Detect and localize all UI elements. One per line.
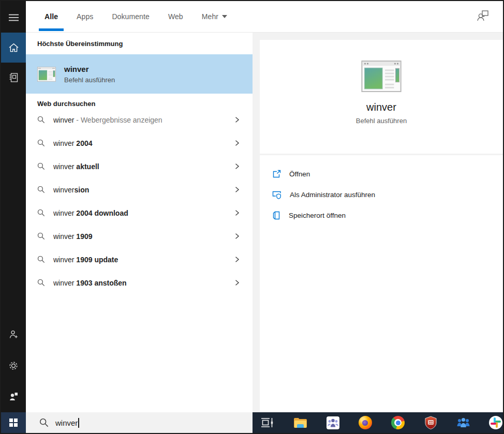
best-match-section-title: Höchste Übereinstimmung [37,40,123,48]
account-button[interactable] [476,9,490,24]
notebook-icon [9,73,18,82]
file-explorer-icon [294,418,307,428]
tab-mehr[interactable]: Mehr [202,1,227,32]
user-account-icon [476,9,490,22]
tab-web[interactable]: Web [168,1,183,32]
web-search-section-title: Web durchsuchen [37,100,95,108]
chevron-right-icon [234,256,240,263]
open-icon [272,170,281,178]
tab-dokumente[interactable]: Dokumente [112,1,150,32]
hamburger-menu-button[interactable] [1,5,26,30]
tab-alle[interactable]: Alle [45,1,58,32]
taskbar-chrome-button[interactable] [391,415,405,430]
firefox-icon [359,416,372,429]
chevron-right-icon [234,233,240,240]
search-icon [37,209,45,217]
results-panel: Höchste Übereinstimmung [26,33,253,412]
home-icon [9,43,19,52]
search-input[interactable]: winver [26,412,253,433]
preview-pane: winver Befehl ausführen Öffnen Als Admin… [253,33,503,412]
winver-app-icon-large [361,61,402,92]
sidebar-item-add-account[interactable] [1,322,26,347]
search-header: Alle Apps Dokumente Web Mehr [26,1,503,33]
search-icon [37,162,45,170]
action-open-file-location[interactable]: Speicherort öffnen [260,205,503,226]
chrome-icon [391,416,405,429]
chevron-down-icon [222,15,227,18]
windows-logo-icon [9,418,18,427]
web-suggestion-row[interactable]: winversion [26,178,253,201]
security-shield-icon [424,416,437,430]
best-match-result-winver[interactable]: winver Befehl ausführen [26,54,253,94]
search-icon [37,139,45,147]
chevron-right-icon [234,116,240,123]
best-match-title: winver [64,65,115,73]
chevron-right-icon [234,186,240,193]
preview-actions-card: Öffnen Als Administrator ausführen Speic… [260,155,503,412]
search-icon [37,186,45,193]
chevron-right-icon [234,163,240,170]
web-suggestion-row[interactable]: winver 2004 download [26,201,253,225]
chevron-right-icon [234,140,240,146]
tab-mehr-label: Mehr [202,12,218,21]
preview-subtitle: Befehl ausführen [356,117,407,125]
web-suggestion-row[interactable]: winver aktuell [26,155,253,178]
best-match-text: winver Befehl ausführen [64,65,115,84]
search-icon [37,232,45,240]
left-rail [1,1,26,412]
search-icon [39,418,49,427]
start-button[interactable] [1,412,26,433]
feedback-icon [9,392,18,401]
settings-gear-icon [9,361,18,370]
hamburger-icon [9,14,19,21]
sidebar-item-settings[interactable] [1,353,26,378]
action-run-as-admin[interactable]: Als Administrator ausführen [260,184,503,205]
taskbar-task-view-button[interactable] [260,415,275,430]
task-view-icon [261,417,274,428]
taskbar-contacts-app-button[interactable] [456,415,470,430]
open-file-location-icon [272,211,280,220]
teams-icon [327,416,339,429]
preview-summary-card: winver Befehl ausführen [260,40,503,154]
web-suggestion-row[interactable]: winver 1903 anstoßen [26,271,253,294]
taskbar-file-explorer-button[interactable] [293,415,307,430]
search-input-value: winver [55,418,78,427]
search-icon [37,256,45,263]
sidebar-item-home[interactable] [1,33,26,63]
action-open-label: Öffnen [289,170,310,178]
taskbar [253,412,503,433]
tab-apps[interactable]: Apps [77,1,93,32]
web-suggestion-row[interactable]: winver - Webergebnisse anzeigen [26,108,253,131]
chevron-right-icon [234,279,240,286]
web-suggestion-row[interactable]: winver 1909 [26,225,253,248]
add-account-icon [9,330,18,339]
sidebar-item-feedback[interactable] [1,384,26,409]
filter-tabs: Alle Apps Dokumente Web Mehr [45,1,227,32]
taskbar-slack-button[interactable] [488,415,503,430]
contacts-people-icon [456,416,470,429]
best-match-subtitle: Befehl ausführen [64,76,115,84]
slack-icon [489,416,502,429]
run-as-admin-icon [272,190,281,199]
web-suggestion-row[interactable]: winver 1909 update [26,248,253,271]
web-suggestion-list: winver - Webergebnisse anzeigen winver 2… [26,108,253,294]
taskbar-firefox-button[interactable] [358,415,373,430]
search-icon [37,279,45,287]
taskbar-security-app-button[interactable] [423,415,438,430]
action-open[interactable]: Öffnen [260,163,503,184]
preview-title: winver [366,101,396,113]
sidebar-item-journal[interactable] [1,65,26,90]
winver-app-icon [37,67,56,82]
taskbar-teams-button[interactable] [325,415,340,430]
action-run-as-admin-label: Als Administrator ausführen [290,191,375,199]
chevron-right-icon [234,209,240,216]
text-caret [78,418,79,428]
search-icon [37,116,45,124]
search-flyout: Alle Apps Dokumente Web Mehr Höchste Übe… [0,0,504,434]
web-suggestion-row[interactable]: winver 2004 [26,131,253,155]
action-open-file-location-label: Speicherort öffnen [289,212,346,219]
